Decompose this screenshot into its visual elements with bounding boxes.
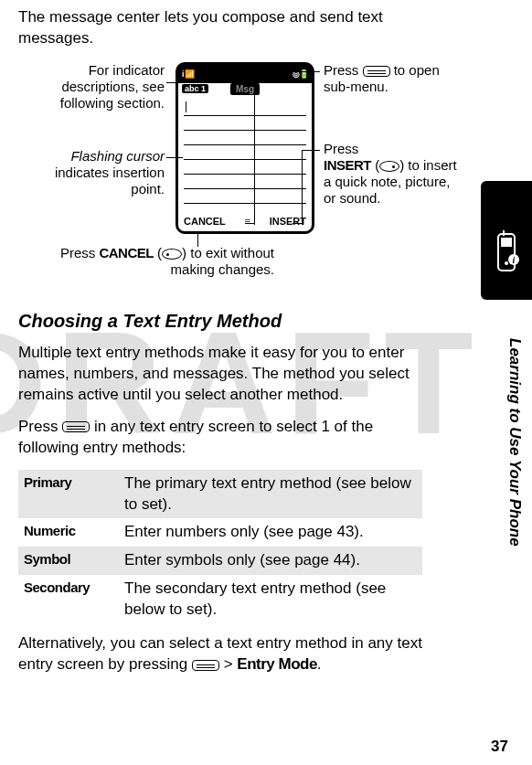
phone-screen: i📶 ◎🔋 abc 1 Msg CANCEL ≡ INSERT	[176, 62, 314, 234]
cursor-icon	[186, 101, 186, 112]
right-softkey-icon	[379, 161, 399, 172]
methods-table: Primary The primary text entry method (s…	[18, 470, 422, 625]
table-row: Symbol Enter symbols only (see page 44).	[18, 547, 422, 575]
battery-icon: ◎🔋	[293, 69, 308, 80]
intro-text: The message center lets you compose and …	[18, 7, 422, 49]
callout-indicators: For indicator descriptions, see followin…	[18, 62, 165, 112]
softkey-cancel: CANCEL	[184, 215, 226, 228]
menu-key-icon	[62, 421, 90, 432]
table-row: Numeric Enter numbers only (see page 43)…	[18, 518, 422, 547]
table-row: Secondary The secondary text entry metho…	[18, 575, 422, 624]
phone-icon: i	[491, 227, 522, 272]
callout-menu: Press to open sub-menu.	[324, 62, 452, 95]
left-softkey-icon	[162, 249, 182, 260]
method-desc: Enter numbers only (see page 43).	[119, 518, 422, 547]
text-lines	[184, 101, 306, 204]
menu-key-icon	[363, 66, 390, 77]
svg-rect-1	[501, 238, 512, 247]
method-desc: The primary text entry method (see below…	[119, 470, 422, 519]
table-row: Primary The primary text entry method (s…	[18, 470, 422, 519]
screen-title: Msg	[230, 83, 260, 96]
chapter-label: Learning to Use Your Phone	[504, 338, 525, 547]
diagram: i📶 ◎🔋 abc 1 Msg CANCEL ≡ INSERT For indi…	[18, 62, 422, 291]
signal-icon: i📶	[182, 69, 195, 80]
section-heading: Choosing a Text Entry Method	[18, 309, 422, 334]
method-name: Symbol	[18, 547, 119, 575]
page-number: 37	[491, 737, 508, 758]
callout-cursor: Flashing cursor indicates insertion poin…	[18, 148, 165, 197]
method-desc: Enter symbols only (see page 44).	[119, 547, 422, 575]
method-name: Numeric	[18, 518, 119, 547]
softkey-insert: INSERT	[270, 215, 306, 228]
side-tab: i	[481, 181, 532, 300]
mode-chip: abc 1	[182, 84, 208, 93]
callout-cancel: Press CANCEL () to exit without making c…	[18, 245, 274, 278]
svg-text:i: i	[513, 255, 516, 265]
method-name: Primary	[18, 470, 119, 519]
section-para1: Multiple text entry methods make it easy…	[18, 343, 422, 406]
method-desc: The secondary text entry method (see bel…	[119, 575, 422, 624]
softkey-menu-icon: ≡	[245, 215, 250, 228]
svg-point-2	[505, 261, 508, 265]
section-para2: Press in any text entry screen to select…	[18, 417, 422, 459]
closing-text: Alternatively, you can select a text ent…	[18, 633, 422, 675]
menu-key-icon	[192, 660, 219, 671]
callout-insert: Press INSERT () to insert a quick note, …	[324, 141, 461, 207]
method-name: Secondary	[18, 575, 119, 624]
